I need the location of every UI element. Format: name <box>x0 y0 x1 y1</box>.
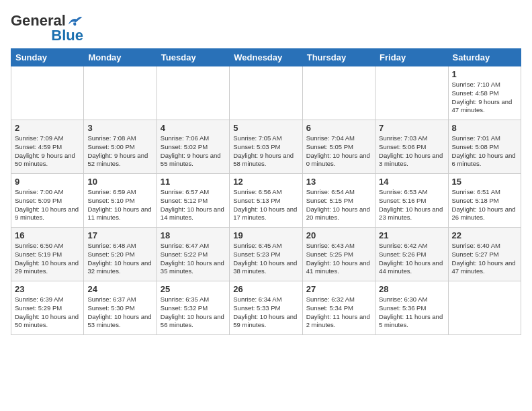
day-number: 25 <box>161 284 226 294</box>
day-number: 10 <box>87 177 152 187</box>
logo-blue: Blue <box>51 28 83 43</box>
day-info: Sunrise: 7:09 AM Sunset: 4:59 PM Dayligh… <box>15 134 80 169</box>
day-number: 3 <box>87 123 152 133</box>
day-info: Sunrise: 6:47 AM Sunset: 5:22 PM Dayligh… <box>161 242 226 276</box>
calendar-cell: 10Sunrise: 6:59 AM Sunset: 5:10 PM Dayli… <box>84 174 157 228</box>
calendar-cell: 9Sunrise: 7:00 AM Sunset: 5:09 PM Daylig… <box>11 174 84 228</box>
calendar-cell <box>230 66 302 120</box>
day-number: 1 <box>452 69 517 79</box>
day-info: Sunrise: 6:42 AM Sunset: 5:26 PM Dayligh… <box>379 242 444 276</box>
calendar-cell <box>157 66 229 120</box>
day-info: Sunrise: 7:06 AM Sunset: 5:02 PM Dayligh… <box>161 134 226 169</box>
day-info: Sunrise: 6:54 AM Sunset: 5:15 PM Dayligh… <box>306 188 371 222</box>
calendar-cell: 8Sunrise: 7:01 AM Sunset: 5:08 PM Daylig… <box>448 120 521 174</box>
calendar-cell: 3Sunrise: 7:08 AM Sunset: 5:00 PM Daylig… <box>84 120 157 174</box>
day-info: Sunrise: 6:57 AM Sunset: 5:12 PM Dayligh… <box>161 188 226 222</box>
calendar-cell <box>302 66 375 120</box>
day-number: 8 <box>452 123 517 133</box>
calendar-week-row: 16Sunrise: 6:50 AM Sunset: 5:19 PM Dayli… <box>11 228 521 281</box>
calendar-cell: 18Sunrise: 6:47 AM Sunset: 5:22 PM Dayli… <box>157 228 229 281</box>
day-number: 28 <box>379 284 444 294</box>
day-info: Sunrise: 6:50 AM Sunset: 5:19 PM Dayligh… <box>15 242 80 276</box>
calendar-week-row: 2Sunrise: 7:09 AM Sunset: 4:59 PM Daylig… <box>11 120 521 174</box>
calendar-header-row: SundayMondayTuesdayWednesdayThursdayFrid… <box>11 49 521 66</box>
day-number: 13 <box>306 177 371 187</box>
day-number: 16 <box>15 230 80 240</box>
calendar-cell <box>11 66 84 120</box>
calendar-week-row: 1Sunrise: 7:10 AM Sunset: 4:58 PM Daylig… <box>11 66 521 120</box>
day-info: Sunrise: 7:10 AM Sunset: 4:58 PM Dayligh… <box>452 81 517 115</box>
weekday-header-tuesday: Tuesday <box>157 49 229 66</box>
day-info: Sunrise: 6:35 AM Sunset: 5:32 PM Dayligh… <box>161 295 226 330</box>
day-info: Sunrise: 6:32 AM Sunset: 5:34 PM Dayligh… <box>306 295 371 330</box>
logo-general: General <box>11 13 66 28</box>
calendar-cell: 11Sunrise: 6:57 AM Sunset: 5:12 PM Dayli… <box>157 174 229 228</box>
day-number: 4 <box>161 123 226 133</box>
calendar-cell: 4Sunrise: 7:06 AM Sunset: 5:02 PM Daylig… <box>157 120 229 174</box>
calendar-cell: 24Sunrise: 6:37 AM Sunset: 5:30 PM Dayli… <box>84 281 157 335</box>
day-info: Sunrise: 6:45 AM Sunset: 5:23 PM Dayligh… <box>233 242 298 276</box>
day-number: 21 <box>379 230 444 240</box>
weekday-header-thursday: Thursday <box>302 49 375 66</box>
day-number: 12 <box>233 177 298 187</box>
day-number: 17 <box>87 230 152 240</box>
weekday-header-wednesday: Wednesday <box>230 49 302 66</box>
day-number: 27 <box>306 284 371 294</box>
day-info: Sunrise: 7:05 AM Sunset: 5:03 PM Dayligh… <box>233 134 298 169</box>
day-number: 19 <box>233 230 298 240</box>
day-number: 6 <box>306 123 371 133</box>
day-info: Sunrise: 6:34 AM Sunset: 5:33 PM Dayligh… <box>233 295 298 330</box>
day-number: 15 <box>452 177 517 187</box>
day-number: 18 <box>161 230 226 240</box>
calendar-cell: 20Sunrise: 6:43 AM Sunset: 5:25 PM Dayli… <box>302 228 375 281</box>
day-number: 2 <box>15 123 80 133</box>
day-info: Sunrise: 6:37 AM Sunset: 5:30 PM Dayligh… <box>87 295 152 330</box>
calendar-cell: 17Sunrise: 6:48 AM Sunset: 5:20 PM Dayli… <box>84 228 157 281</box>
calendar-cell: 19Sunrise: 6:45 AM Sunset: 5:23 PM Dayli… <box>230 228 302 281</box>
logo: General Blue <box>11 13 83 43</box>
calendar-cell: 16Sunrise: 6:50 AM Sunset: 5:19 PM Dayli… <box>11 228 84 281</box>
day-info: Sunrise: 6:56 AM Sunset: 5:13 PM Dayligh… <box>233 188 298 222</box>
calendar-cell: 5Sunrise: 7:05 AM Sunset: 5:03 PM Daylig… <box>230 120 302 174</box>
calendar-cell: 23Sunrise: 6:39 AM Sunset: 5:29 PM Dayli… <box>11 281 84 335</box>
day-number: 9 <box>15 177 80 187</box>
day-info: Sunrise: 6:43 AM Sunset: 5:25 PM Dayligh… <box>306 242 371 276</box>
day-info: Sunrise: 6:53 AM Sunset: 5:16 PM Dayligh… <box>379 188 444 222</box>
calendar-week-row: 9Sunrise: 7:00 AM Sunset: 5:09 PM Daylig… <box>11 174 521 228</box>
calendar-cell: 14Sunrise: 6:53 AM Sunset: 5:16 PM Dayli… <box>375 174 448 228</box>
calendar-cell: 12Sunrise: 6:56 AM Sunset: 5:13 PM Dayli… <box>230 174 302 228</box>
day-number: 23 <box>15 284 80 294</box>
day-info: Sunrise: 6:30 AM Sunset: 5:36 PM Dayligh… <box>379 295 444 330</box>
day-info: Sunrise: 6:48 AM Sunset: 5:20 PM Dayligh… <box>87 242 152 276</box>
calendar-cell <box>448 281 521 335</box>
day-info: Sunrise: 7:04 AM Sunset: 5:05 PM Dayligh… <box>306 134 371 169</box>
calendar-cell: 1Sunrise: 7:10 AM Sunset: 4:58 PM Daylig… <box>448 66 521 120</box>
day-number: 24 <box>87 284 152 294</box>
logo-bird-icon <box>67 14 83 28</box>
day-number: 26 <box>233 284 298 294</box>
day-info: Sunrise: 6:51 AM Sunset: 5:18 PM Dayligh… <box>452 188 517 222</box>
day-number: 5 <box>233 123 298 133</box>
day-number: 7 <box>379 123 444 133</box>
calendar-cell: 7Sunrise: 7:03 AM Sunset: 5:06 PM Daylig… <box>375 120 448 174</box>
day-info: Sunrise: 7:01 AM Sunset: 5:08 PM Dayligh… <box>452 134 517 169</box>
calendar-week-row: 23Sunrise: 6:39 AM Sunset: 5:29 PM Dayli… <box>11 281 521 335</box>
weekday-header-saturday: Saturday <box>448 49 521 66</box>
day-info: Sunrise: 6:59 AM Sunset: 5:10 PM Dayligh… <box>87 188 152 222</box>
day-number: 20 <box>306 230 371 240</box>
weekday-header-monday: Monday <box>84 49 157 66</box>
calendar-cell: 2Sunrise: 7:09 AM Sunset: 4:59 PM Daylig… <box>11 120 84 174</box>
calendar-cell: 28Sunrise: 6:30 AM Sunset: 5:36 PM Dayli… <box>375 281 448 335</box>
calendar-cell: 6Sunrise: 7:04 AM Sunset: 5:05 PM Daylig… <box>302 120 375 174</box>
calendar-cell <box>375 66 448 120</box>
calendar-cell: 26Sunrise: 6:34 AM Sunset: 5:33 PM Dayli… <box>230 281 302 335</box>
calendar-cell: 25Sunrise: 6:35 AM Sunset: 5:32 PM Dayli… <box>157 281 229 335</box>
day-info: Sunrise: 7:03 AM Sunset: 5:06 PM Dayligh… <box>379 134 444 169</box>
calendar-table: SundayMondayTuesdayWednesdayThursdayFrid… <box>11 48 521 335</box>
day-number: 14 <box>379 177 444 187</box>
weekday-header-friday: Friday <box>375 49 448 66</box>
weekday-header-sunday: Sunday <box>11 49 84 66</box>
calendar-cell: 21Sunrise: 6:42 AM Sunset: 5:26 PM Dayli… <box>375 228 448 281</box>
day-info: Sunrise: 6:40 AM Sunset: 5:27 PM Dayligh… <box>452 242 517 276</box>
calendar-cell: 22Sunrise: 6:40 AM Sunset: 5:27 PM Dayli… <box>448 228 521 281</box>
